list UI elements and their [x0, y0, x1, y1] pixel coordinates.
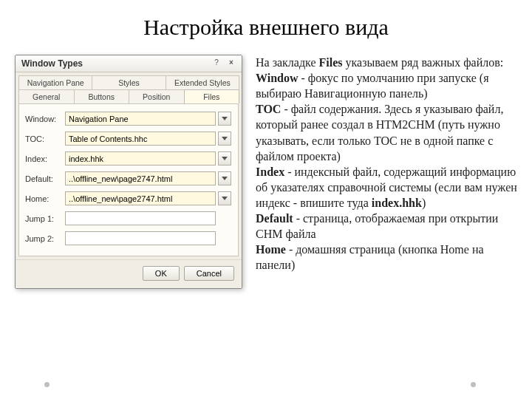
- tab-extended-styles[interactable]: Extended Styles: [166, 75, 239, 89]
- label-default: Default:: [25, 174, 62, 183]
- dropdown-icon[interactable]: [218, 191, 231, 205]
- window-title: Window Types: [21, 58, 83, 69]
- tab-styles[interactable]: Styles: [92, 75, 166, 89]
- field-default[interactable]: ..\offline_new\page2747.html: [65, 171, 216, 185]
- screenshot-window-types: Window Types ? × Navigation Pane Styles …: [15, 55, 242, 289]
- close-icon[interactable]: ×: [225, 58, 237, 69]
- label-home: Home:: [25, 194, 62, 203]
- dot-icon: [44, 382, 50, 387]
- files-panel: Window: Navigation Pane TOC: Table of Co…: [18, 103, 239, 256]
- tab-navigation-pane[interactable]: Navigation Pane: [18, 75, 92, 89]
- tab-files[interactable]: Files: [184, 89, 240, 103]
- label-index: Index:: [25, 154, 62, 163]
- cancel-button[interactable]: Cancel: [184, 266, 234, 281]
- field-jump2[interactable]: [65, 231, 216, 245]
- slide-dots: [44, 382, 476, 387]
- dot-icon: [471, 382, 476, 387]
- label-jump1: Jump 1:: [25, 214, 62, 223]
- label-toc: TOC:: [25, 134, 62, 143]
- field-index[interactable]: index.hhk: [65, 151, 216, 166]
- help-icon[interactable]: ?: [211, 58, 222, 69]
- tab-position[interactable]: Position: [129, 89, 185, 103]
- dropdown-icon[interactable]: [218, 132, 231, 146]
- dropdown-icon[interactable]: [218, 112, 231, 126]
- slide-title: Настройка внешнего вида: [0, 15, 532, 40]
- dropdown-icon[interactable]: [218, 151, 231, 166]
- tab-buttons[interactable]: Buttons: [74, 89, 130, 103]
- titlebar: Window Types ? ×: [16, 55, 242, 72]
- field-home[interactable]: ..\offline_new\page2747.html: [65, 191, 216, 205]
- tab-general[interactable]: General: [18, 89, 75, 103]
- label-window: Window:: [25, 115, 62, 123]
- description-text: На закладке Files указываем ряд важных ф…: [256, 55, 517, 289]
- label-jump2: Jump 2:: [25, 234, 62, 243]
- field-toc[interactable]: Table of Contents.hhc: [65, 132, 216, 146]
- ok-button[interactable]: OK: [143, 266, 180, 281]
- field-jump1[interactable]: [65, 211, 216, 225]
- field-window[interactable]: Navigation Pane: [65, 112, 216, 126]
- dropdown-icon[interactable]: [218, 171, 231, 185]
